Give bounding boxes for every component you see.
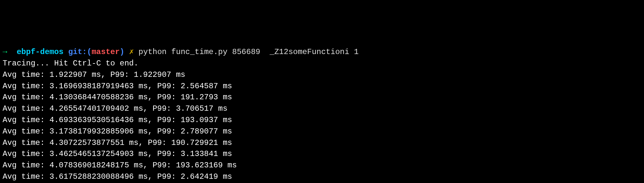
output-line: Avg time: 4.30722573877551 ms, P99: 190.…	[3, 137, 641, 149]
output-line: Avg time: 3.6175288230088496 ms, P99: 2.…	[3, 171, 641, 183]
tracing-status: Tracing... Hit Ctrl-C to end.	[3, 58, 641, 69]
output-line: Avg time: 4.6933639530516436 ms, P99: 19…	[3, 115, 641, 126]
output-line: Avg time: 4.078369018248175 ms, P99: 193…	[3, 160, 641, 171]
prompt-git-close: )	[120, 48, 124, 56]
prompt-dirty-icon: ✗	[129, 48, 134, 56]
prompt-arrow-icon: →	[3, 48, 7, 56]
output-line: Avg time: 4.1303684470588236 ms, P99: 19…	[3, 92, 641, 103]
prompt-git-branch: master	[92, 48, 120, 56]
command-input[interactable]: python func_time.py 856689 _Z12someFunct…	[139, 48, 359, 56]
output-line: Avg time: 3.1738179932885906 ms, P99: 2.…	[3, 126, 641, 137]
output-line: Avg time: 1.922907 ms, P99: 1.922907 ms	[3, 69, 641, 81]
terminal[interactable]: → ebpf-demos git:(master) ✗ python func_…	[3, 47, 641, 183]
prompt-directory: ebpf-demos	[17, 48, 63, 56]
prompt-line: → ebpf-demos git:(master) ✗ python func_…	[3, 47, 641, 58]
output-line: Avg time: 4.265547401709402 ms, P99: 3.7…	[3, 103, 641, 115]
output-line: Avg time: 3.1696938187919463 ms, P99: 2.…	[3, 81, 641, 92]
output-line: Avg time: 3.4625465137254903 ms, P99: 3.…	[3, 148, 641, 160]
prompt-git-label: git:(	[68, 48, 92, 56]
